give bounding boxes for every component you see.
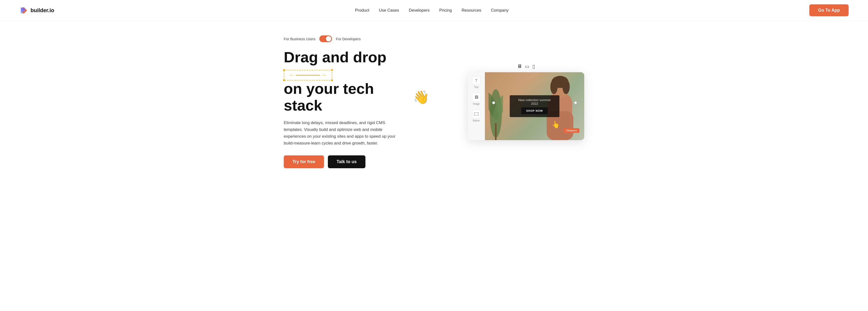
logo-text: builder.io [31, 7, 54, 13]
builder-sidebar: T Text 🖼 Image [468, 72, 485, 140]
drag-line [296, 75, 320, 75]
nav-link-company[interactable]: Company [491, 8, 508, 13]
svg-rect-0 [474, 113, 478, 115]
corner-dot-tl [283, 69, 285, 71]
builder-logo-icon [20, 6, 28, 15]
nav-link-developers[interactable]: Developers [409, 8, 430, 13]
toggle-switch[interactable] [319, 35, 332, 42]
hero-left: For Business Users For Developers Drag a… [284, 35, 429, 168]
drag-drop-widget: ← → [284, 70, 332, 81]
hero-right: 🖥 ▭ ▯ T Text 🖼 [429, 63, 584, 140]
nav-link-product[interactable]: Product [355, 8, 369, 13]
builder-frame: T Text 🖼 Image [468, 72, 584, 140]
headline-line1: Drag and drop ← → [284, 49, 429, 81]
banner-overlay: New collection summer 2022 SHOP NOW [510, 95, 560, 117]
hero-section: For Business Users For Developers Drag a… [265, 21, 603, 188]
nav-link-pricing[interactable]: Pricing [439, 8, 452, 13]
navbar: builder.io Product Use Cases Developers … [0, 0, 868, 21]
go-to-app-button[interactable]: Go To App [809, 4, 848, 16]
device-phone-icon[interactable]: ▯ [532, 63, 535, 69]
toggle-label-left: For Business Users [284, 37, 315, 41]
nav-links: Product Use Cases Developers Pricing Res… [355, 8, 508, 13]
shop-now-button[interactable]: SHOP NOW [522, 107, 548, 114]
builder-canvas: New collection summer 2022 SHOP NOW Desi… [485, 72, 584, 140]
toggle-row: For Business Users For Developers [284, 35, 429, 42]
svg-point-9 [562, 80, 570, 94]
button-icon-svg [474, 113, 478, 115]
corner-dot-tr [331, 69, 333, 71]
hero-headline: Drag and drop ← → on your tech stack 👋 [284, 49, 429, 114]
arrow-right-icon: → [321, 72, 327, 78]
plant-svg [489, 87, 503, 140]
text-tool-icon: T [472, 76, 481, 85]
device-tablet-icon[interactable]: ▭ [525, 63, 529, 69]
device-bar: 🖥 ▭ ▯ [468, 63, 584, 69]
logo-link[interactable]: builder.io [20, 6, 54, 15]
nav-link-use-cases[interactable]: Use Cases [379, 8, 399, 13]
device-monitor-icon[interactable]: 🖥 [517, 63, 522, 69]
hand-emoji-icon: 👋 [413, 90, 429, 104]
builder-tool-text[interactable]: T Text [472, 76, 481, 89]
plant-decoration [489, 87, 503, 140]
button-tool-label: Button [473, 119, 480, 122]
builder-mockup: 🖥 ▭ ▯ T Text 🖼 [468, 63, 584, 140]
hero-buttons: Try for free Talk to us [284, 155, 429, 168]
builder-tool-image[interactable]: 🖼 Image [472, 93, 481, 105]
try-for-free-button[interactable]: Try for free [284, 155, 324, 168]
toggle-knob [326, 36, 331, 41]
toggle-label-right: For Developers [336, 37, 361, 41]
drag-widget-inner: ← → [289, 72, 327, 78]
text-tool-label: Text [474, 86, 478, 89]
resize-handle-label[interactable]: Designers [564, 128, 579, 133]
headline-text-drag: Drag and drop [284, 49, 386, 65]
arrow-left-icon: ← [289, 72, 294, 78]
banner-title: New collection summer 2022 [517, 98, 552, 105]
hero-description: Eliminate long delays, missed deadlines,… [284, 120, 400, 147]
image-tool-icon: 🖼 [472, 93, 481, 101]
svg-point-8 [550, 80, 558, 94]
nav-link-resources[interactable]: Resources [462, 8, 481, 13]
button-tool-icon [472, 110, 481, 118]
talk-to-us-button[interactable]: Talk to us [328, 155, 365, 168]
headline-line2: on your tech stack 👋 [284, 81, 429, 114]
text-icon: T [475, 79, 477, 83]
headline-text-stack: on your tech stack [284, 81, 409, 114]
image-tool-label: Image [473, 102, 480, 105]
builder-tool-button[interactable]: Button [472, 110, 481, 122]
image-icon: 🖼 [475, 95, 478, 99]
svg-rect-4 [495, 123, 497, 140]
